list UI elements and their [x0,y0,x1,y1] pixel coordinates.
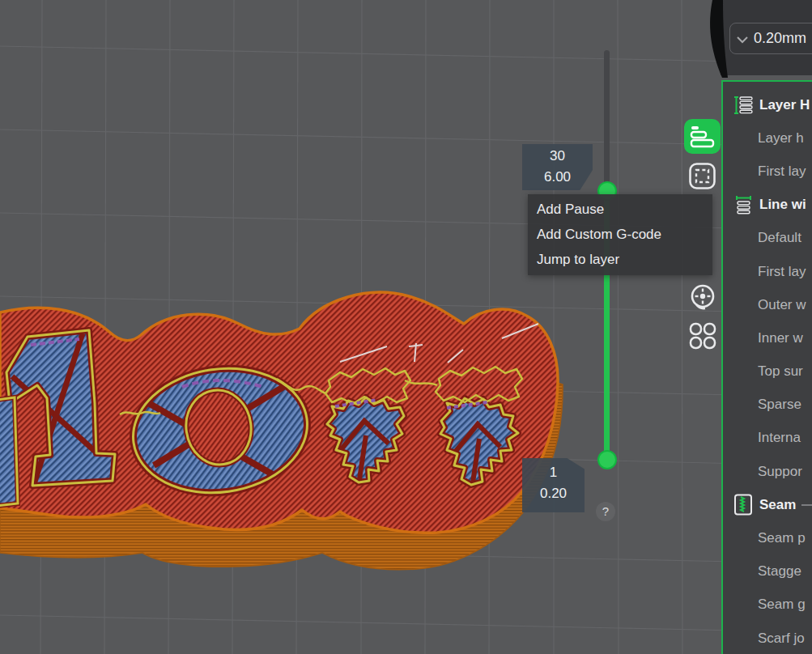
setting-label: Line wi [759,197,806,213]
process-settings-panel: Layer H Layer h First lay Line wi Defaul… [721,80,812,654]
plates-icon [689,322,716,350]
setting-label: Seam p [758,530,806,546]
layer-slider-track-upper[interactable] [604,50,610,191]
setting-label: Layer H [759,97,810,113]
letter-sliver-cutout [0,397,18,506]
layer-height-icon [733,95,754,115]
settings-rows: Layer H Layer h First lay Line wi Defaul… [723,82,812,654]
layers-view-button[interactable] [684,119,721,154]
setting-header-line-width[interactable]: Line wi [723,189,812,222]
setting-label: First lay [758,264,806,280]
chevron-down-icon [736,36,749,44]
setting-label: Seam g [758,597,806,613]
slicer-preview-window: { "viewport": { "background": "#57585a",… [0,0,812,654]
layer-height-dropdown-panel: 0.20mm [721,0,812,75]
layer-number: 30 [522,146,593,167]
section-separator [801,504,812,506]
setting-item-staggered-seams[interactable]: Stagge [723,555,812,588]
setting-label: Default [758,230,801,246]
setting-item-seam-position[interactable]: Seam p [723,521,812,554]
setting-header-seam[interactable]: Seam [723,488,812,521]
layer-slider-handle-bottom[interactable] [597,450,617,469]
plates-button[interactable] [689,322,716,350]
layer-number: 1 [522,462,585,483]
setting-label: Top sur [758,363,803,380]
layer-context-menu: Add Pause Add Custom G-code Jump to laye… [528,194,712,275]
select-area-icon [689,163,716,189]
setting-label: Interna [758,430,801,446]
setting-item-inner-wall[interactable]: Inner w [723,321,812,355]
setting-label: Stagge [758,563,801,580]
setting-label: Suppor [758,464,802,480]
setting-label: Sparse [758,397,801,413]
setting-item-scarf-joint[interactable]: Scarf jo [723,622,812,654]
spool-button[interactable] [688,283,716,313]
layer-height-value: 0.20 [522,483,585,504]
setting-label: Outer w [758,297,806,313]
setting-label: First lay [758,164,806,180]
setting-label: Layer h [758,130,804,147]
menu-item-add-custom-gcode[interactable]: Add Custom G-code [528,222,712,247]
setting-item-outer-wall[interactable]: Outer w [723,288,812,321]
menu-item-add-pause[interactable]: Add Pause [528,197,712,222]
setting-item-first-layer[interactable]: First lay [723,255,812,288]
layer-height-value: 0.20mm [754,30,806,47]
slider-help-button[interactable]: ? [596,502,615,521]
spool-icon [688,283,716,313]
layers-view-icon [689,125,716,148]
layer-height-dropdown[interactable]: 0.20mm [729,23,812,54]
seam-icon [733,494,754,516]
setting-header-layer-height[interactable]: Layer H [723,88,812,121]
select-area-button[interactable] [689,163,716,189]
setting-item-support[interactable]: Suppor [723,455,812,488]
setting-label: Seam [759,497,796,513]
layer-tooltip-bottom: 1 0.20 [522,458,585,512]
line-width-icon [733,195,754,215]
setting-item-sparse-infill[interactable]: Sparse [723,389,812,422]
setting-item-first-layer-height[interactable]: First lay [723,155,812,188]
setting-item-top-surface[interactable]: Top sur [723,355,812,389]
layer-tooltip-top: 30 6.00 [522,144,593,190]
setting-item-default[interactable]: Default [723,222,812,255]
setting-item-internal-solid[interactable]: Interna [723,422,812,455]
setting-label: Inner w [758,330,803,346]
menu-item-jump-to-layer[interactable]: Jump to layer [528,247,712,272]
setting-label: Scarf jo [758,631,805,647]
setting-item-layer-height[interactable]: Layer h [723,121,812,155]
setting-item-seam-gap[interactable]: Seam g [723,588,812,622]
layer-height-value: 6.00 [522,167,593,188]
